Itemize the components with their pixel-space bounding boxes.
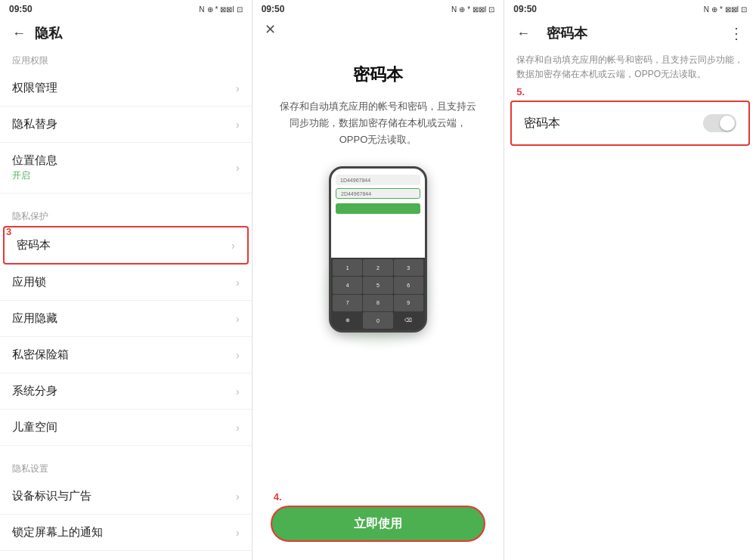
network-icon-2: N — [451, 5, 457, 14]
intro-desc: 保存和自动填充应用的帐号和密码，且支持云同步功能，数据加密存储在本机或云端，OP… — [280, 98, 476, 148]
status-bar-3: 09:50 N ⊕ * ⊠⊠l ⊡ — [504, 0, 756, 18]
use-button-wrapper: 4. 立即使用 — [253, 488, 504, 560]
toggle-label: 密码本 — [524, 116, 560, 131]
key-3: 3 — [394, 259, 423, 276]
menu-item-location[interactable]: 位置信息 开启 › — [0, 143, 252, 193]
phone-illustration: 1D44967844 2D44967844 1 2 3 4 5 6 7 8 — [329, 166, 427, 348]
time-3: 09:50 — [513, 4, 537, 14]
status-icons-2: N ⊕ * ⊠⊠l ⊡ — [451, 5, 494, 14]
key-1: 1 — [333, 259, 362, 276]
phone-input-text-2: 2D44967844 — [341, 191, 371, 196]
phone-keyboard: 1 2 3 4 5 6 7 8 9 ⊕ 0 ⌫ — [331, 258, 425, 330]
chevron-privacy-avatar: › — [236, 119, 240, 131]
menu-item-system-clone[interactable]: 系统分身 › — [0, 373, 252, 410]
bluetooth-icon-3: * — [720, 5, 723, 14]
menu-item-app-hide-text: 应用隐藏 — [12, 311, 57, 326]
right-nav: ← 密码本 ⋮ — [504, 18, 756, 47]
key-backspace: ⌫ — [394, 312, 423, 329]
page-title-1: 隐私 — [35, 24, 62, 42]
wifi-icon-1: ⊕ — [207, 5, 213, 14]
key-6: 6 — [394, 277, 423, 293]
menu-item-app-lock-text: 应用锁 — [12, 275, 46, 289]
toggle-switch[interactable] — [703, 114, 736, 132]
status-icons-1: N ⊕ * ⊠⊠l ⊡ — [199, 5, 242, 14]
chevron-lock-notifications: › — [236, 527, 240, 539]
chevron-device-id: › — [236, 490, 240, 503]
more-options-icon[interactable]: ⋮ — [729, 24, 744, 42]
phone-input-row-2: 2D44967844 — [336, 188, 420, 199]
wifi-icon-3: ⊕ — [711, 5, 717, 14]
battery-icon-3: ⊡ — [741, 5, 747, 14]
privacy-settings-panel: 09:50 N ⊕ * ⊠⊠l ⊡ ← 隐私 应用权限 权限管理 › 隐私替身 … — [0, 0, 253, 560]
menu-item-kids-space-text: 儿童空间 — [12, 420, 57, 435]
bluetooth-icon-2: * — [467, 5, 470, 14]
menu-item-privacy-avatar-text: 隐私替身 — [12, 117, 57, 131]
menu-item-kids-space[interactable]: 儿童空间 › — [0, 410, 252, 446]
chevron-system-clone: › — [236, 385, 240, 398]
key-2: 2 — [363, 259, 392, 276]
menu-item-lock-notifications[interactable]: 锁定屏幕上的通知 › — [0, 515, 252, 551]
chevron-permissions: › — [236, 82, 240, 94]
chevron-app-lock: › — [236, 277, 240, 289]
password-intro-panel: 09:50 N ⊕ * ⊠⊠l ⊡ ✕ 密码本 保存和自动填充应用的帐号和密码，… — [253, 0, 505, 560]
menu-item-location-sub: 开启 — [12, 169, 57, 182]
menu-item-device-id[interactable]: 设备标识与广告 › — [0, 478, 252, 515]
back-button-3[interactable]: ← — [516, 26, 530, 42]
battery-icon-2: ⊡ — [488, 5, 494, 14]
key-9: 9 — [394, 295, 423, 311]
phone-input-text-1: 1D44967844 — [340, 178, 370, 183]
menu-item-location-text: 位置信息 — [12, 153, 57, 168]
battery-icon-1: ⊡ — [237, 5, 243, 14]
intro-title: 密码本 — [353, 63, 403, 86]
status-bar-1: 09:50 N ⊕ * ⊠⊠l ⊡ — [0, 0, 252, 18]
menu-item-private-safe-text: 私密保险箱 — [12, 348, 69, 362]
step5-label: 5. — [504, 86, 756, 101]
key-5: 5 — [363, 277, 392, 293]
menu-item-permissions[interactable]: 权限管理 › — [0, 70, 252, 107]
step4-label: 4. — [271, 488, 486, 503]
close-button[interactable]: ✕ — [265, 21, 276, 38]
key-7: 7 — [333, 295, 362, 311]
phone-screen: 1D44967844 2D44967844 — [331, 169, 425, 258]
section-label-privacy-protection: 隐私保护 — [0, 203, 252, 226]
key-0: 0 — [363, 312, 392, 329]
status-icons-3: N ⊕ * ⊠⊠l ⊡ — [704, 5, 747, 14]
menu-item-lock-notifications-text: 锁定屏幕上的通知 — [12, 525, 103, 540]
signal-icon-3: ⊠⊠l — [725, 5, 739, 14]
menu-item-app-hide[interactable]: 应用隐藏 › — [0, 301, 252, 337]
chevron-password-book: › — [231, 240, 235, 252]
intro-content: 密码本 保存和自动填充应用的帐号和密码，且支持云同步功能，数据加密存储在本机或云… — [253, 18, 504, 488]
menu-item-system-clone-text: 系统分身 — [12, 384, 57, 398]
wifi-icon-2: ⊕ — [459, 5, 465, 14]
section-label-privacy-settings: 隐私设置 — [0, 455, 252, 478]
step3-label: 3 — [3, 223, 11, 237]
menu-item-password-book[interactable]: 密码本 › — [3, 226, 249, 265]
phone-fill-button — [336, 203, 420, 214]
chevron-app-hide: › — [236, 313, 240, 325]
menu-item-private-safe[interactable]: 私密保险箱 › — [0, 337, 252, 373]
phone-input-row-1: 1D44967844 — [336, 175, 420, 185]
toggle-knob — [720, 116, 735, 131]
section-label-app-permissions: 应用权限 — [0, 47, 252, 70]
time-2: 09:50 — [262, 4, 285, 14]
chevron-kids-space: › — [236, 422, 240, 434]
network-icon-3: N — [704, 5, 709, 14]
signal-icon-2: ⊠⊠l — [472, 5, 486, 14]
time-1: 09:50 — [9, 4, 33, 14]
chevron-location: › — [236, 162, 240, 174]
back-button-1[interactable]: ← — [12, 26, 26, 42]
menu-item-permissions-text: 权限管理 — [12, 81, 57, 95]
right-nav-left: ← 密码本 — [516, 24, 587, 42]
key-4: 4 — [333, 277, 362, 293]
network-icon-1: N — [199, 5, 204, 14]
password-book-toggle-row[interactable]: 密码本 — [510, 101, 750, 146]
chevron-private-safe: › — [236, 349, 240, 361]
key-special: ⊕ — [333, 312, 362, 329]
use-now-button[interactable]: 立即使用 — [271, 506, 486, 542]
menu-item-app-lock[interactable]: 应用锁 › — [0, 265, 252, 301]
password-settings-panel: 09:50 N ⊕ * ⊠⊠l ⊡ ← 密码本 ⋮ 保存和自动填充应用的帐号和密… — [504, 0, 756, 560]
menu-item-privacy-avatar[interactable]: 隐私替身 › — [0, 107, 252, 143]
status-bar-2: 09:50 N ⊕ * ⊠⊠l ⊡ — [253, 0, 504, 18]
bluetooth-icon-1: * — [215, 5, 218, 14]
signal-icon-1: ⊠⊠l — [220, 5, 234, 14]
